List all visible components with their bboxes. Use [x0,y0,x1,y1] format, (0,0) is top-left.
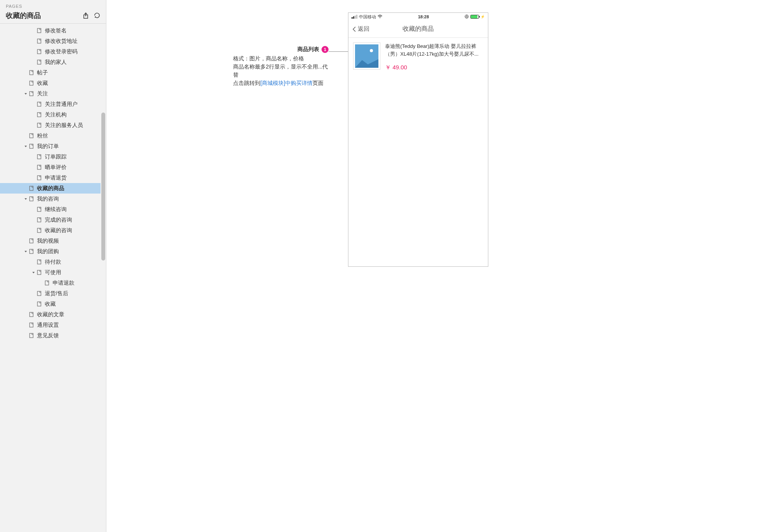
tree-item-label: 我的团购 [37,248,59,255]
chevron-left-icon [352,26,356,32]
tree-item[interactable]: 退货/售后 [0,288,106,299]
annotation-badge: 1 [322,46,329,53]
svg-rect-25 [45,281,49,285]
svg-rect-15 [37,176,41,180]
tree-item-label: 粉丝 [37,132,48,139]
sidebar: PAGES 收藏的商品 修改签名修改收货地址修改登录密码我的家人帖子收藏关注关注… [0,0,106,532]
tree-item[interactable]: 收藏的文章 [0,309,106,320]
svg-rect-26 [37,291,41,296]
tree-item-label: 通用设置 [37,322,59,329]
tree-item[interactable]: 申请退款 [0,278,106,288]
tree-item-label: 关注 [37,90,48,97]
svg-rect-16 [30,186,33,190]
nav-title: 收藏的商品 [403,25,434,33]
tree-item-label: 收藏的商品 [37,185,64,192]
product-price: ￥ 49.00 [385,64,483,71]
tree-item[interactable]: 收藏的商品 [0,183,106,194]
product-name: 泰迪熊(Teddy Bear)超薄乐动 婴儿拉拉裤（男）XL48片(12-17k… [385,42,483,58]
tree-item[interactable]: 我的视频 [0,236,106,246]
svg-rect-24 [37,270,41,275]
page-tree[interactable]: 修改签名修改收货地址修改登录密码我的家人帖子收藏关注关注普通用户关注机构关注的服… [0,24,106,532]
tree-item-label: 可使用 [45,269,61,276]
tree-item[interactable]: 关注机构 [0,109,106,120]
refresh-icon[interactable] [94,12,100,19]
tree-item-label: 申请退款 [53,280,74,287]
tree-item-label: 退货/售后 [45,290,68,297]
annotation-body: 格式：图片，商品名称，价格 商品名称最多2行显示，显示不全用...代替 点击跳转… [233,55,329,87]
tree-item-label: 我的视频 [37,238,59,245]
tree-item-label: 订单跟踪 [45,153,67,160]
tree-item-label: 收藏的文章 [37,311,64,318]
tree-item-label: 完成的咨询 [45,217,72,224]
svg-rect-8 [37,102,41,106]
tree-item-label: 继续咨询 [45,206,67,213]
tree-item[interactable]: 意见反馈 [0,330,106,341]
svg-rect-10 [37,123,41,127]
tree-item[interactable]: 订单跟踪 [0,151,106,162]
carrier-label: 中国移动 [359,14,376,20]
tree-item[interactable]: 修改签名 [0,25,106,36]
product-image-placeholder [353,42,380,70]
tree-item[interactable]: 修改收货地址 [0,36,106,46]
tree-item[interactable]: 我的订单 [0,141,106,151]
charging-icon: ⚡ [481,15,485,19]
tree-item[interactable]: 我的团购 [0,246,106,257]
annotation-line-3: 点击跳转到[商城模块]中购买详情页面 [233,79,329,87]
svg-rect-17 [30,197,33,201]
svg-rect-9 [37,113,41,117]
back-button[interactable]: 返回 [352,25,369,33]
svg-rect-30 [30,333,33,338]
tree-item[interactable]: 可使用 [0,267,106,278]
pages-label: PAGES [6,4,100,9]
svg-rect-11 [30,134,33,138]
product-card[interactable]: 泰迪熊(Teddy Bear)超薄乐动 婴儿拉拉裤（男）XL48片(12-17k… [348,38,488,76]
tree-item[interactable]: 继续咨询 [0,204,106,215]
svg-rect-28 [30,312,33,317]
tree-item[interactable]: 收藏的咨询 [0,225,106,236]
tree-item-label: 待付款 [45,259,61,266]
tree-item-label: 修改收货地址 [45,38,78,45]
tree-item-label: 我的订单 [37,143,59,150]
svg-rect-22 [30,249,33,254]
tree-item[interactable]: 关注的服务人员 [0,120,106,130]
tree-item-label: 关注的服务人员 [45,122,83,129]
status-bar: 中国移动 18:28 ⚡ [348,13,488,21]
tree-item[interactable]: 收藏 [0,299,106,309]
tree-item[interactable]: 关注 [0,88,106,99]
tree-item[interactable]: 帖子 [0,67,106,78]
tree-item-label: 关注普通用户 [45,101,78,108]
svg-rect-14 [37,165,41,169]
tree-item[interactable]: 完成的咨询 [0,215,106,225]
annotation-link[interactable]: [商城模块]中购买详情 [260,80,313,86]
svg-rect-20 [37,228,41,233]
tree-item-label: 修改登录密码 [45,48,78,55]
annotation-line-2: 商品名称最多2行显示，显示不全用...代替 [233,63,329,79]
svg-rect-6 [30,81,33,85]
tree-item-label: 我的家人 [45,59,67,66]
tree-item[interactable]: 修改登录密码 [0,46,106,57]
annotation-line-1: 格式：图片，商品名称，价格 [233,55,329,63]
tree-item[interactable]: 粉丝 [0,130,106,141]
tree-item[interactable]: 我的家人 [0,57,106,67]
scrollbar-track[interactable] [101,29,106,532]
tree-item[interactable]: 通用设置 [0,320,106,330]
tree-item[interactable]: 我的咨询 [0,194,106,204]
tree-item-label: 申请退货 [45,174,67,181]
cellular-signal-icon [352,15,357,19]
tree-item[interactable]: 晒单评价 [0,162,106,173]
status-time: 18:28 [418,14,429,19]
tree-item[interactable]: 关注普通用户 [0,99,106,109]
export-icon[interactable] [83,12,89,19]
canvas: 商品列表 1 格式：图片，商品名称，价格 商品名称最多2行显示，显示不全用...… [106,0,781,532]
svg-rect-19 [37,218,41,222]
svg-rect-29 [30,323,33,327]
sidebar-header: PAGES 收藏的商品 [0,0,106,24]
tree-item[interactable]: 待付款 [0,257,106,267]
svg-rect-12 [30,144,33,148]
tree-item[interactable]: 申请退货 [0,173,106,183]
battery-icon [470,15,479,19]
tree-item-label: 关注机构 [45,111,67,118]
svg-rect-7 [30,92,33,96]
tree-item[interactable]: 收藏 [0,78,106,88]
scrollbar-thumb[interactable] [101,113,105,261]
